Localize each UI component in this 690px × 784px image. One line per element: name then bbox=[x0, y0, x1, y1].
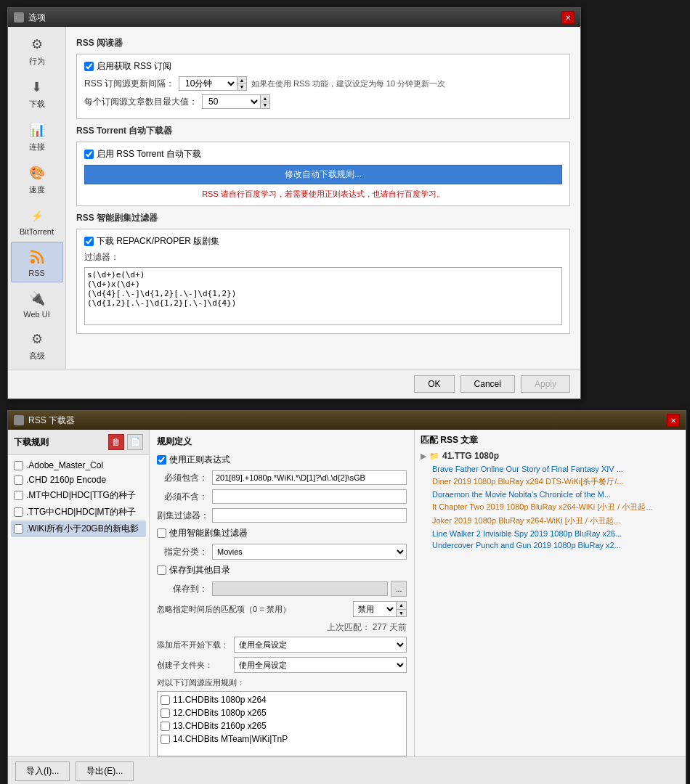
rule-checkbox-3[interactable] bbox=[14, 507, 23, 517]
rule-checkbox-0[interactable] bbox=[14, 461, 23, 470]
download-repack-label[interactable]: 下载 REPACK/PROPER 版剧集 bbox=[84, 235, 219, 248]
match-group-header[interactable]: ▶ 📁 41.TTG 1080p bbox=[421, 451, 680, 461]
apply-button[interactable]: Apply bbox=[521, 375, 570, 393]
rule-item[interactable]: .Adobe_Master_Col bbox=[11, 458, 146, 473]
max-articles-down-arrow[interactable]: ▼ bbox=[261, 102, 269, 109]
rss-icon bbox=[27, 247, 47, 267]
source-item-2[interactable]: 13.CHDBits 2160p x265 bbox=[159, 719, 405, 732]
match-item-0[interactable]: Brave Father Online Our Story of Final F… bbox=[421, 463, 680, 475]
must-not-contain-input[interactable] bbox=[212, 489, 407, 504]
category-row: 指定分类： Movies TV Anime bbox=[157, 544, 407, 560]
match-item-5[interactable]: Line Walker 2 Invisible Spy 2019 1080p B… bbox=[421, 528, 680, 539]
max-articles-select[interactable]: 50 100 200 bbox=[202, 94, 260, 109]
rule-item[interactable]: .CHD 2160p Encode bbox=[11, 473, 146, 487]
sidebar-item-webui[interactable]: 🔌 Web UI bbox=[11, 284, 63, 323]
source-label-1: 12.CHDBits 1080p x265 bbox=[173, 708, 267, 718]
episode-filter-input[interactable] bbox=[212, 508, 407, 523]
import-button[interactable]: 导入(I)... bbox=[15, 761, 70, 781]
category-select[interactable]: Movies TV Anime bbox=[212, 544, 407, 560]
max-articles-spinner[interactable]: ▲ ▼ bbox=[260, 94, 270, 109]
enable-rss-torrent-label[interactable]: 启用 RSS Torrent 自动下载 bbox=[84, 148, 201, 160]
ignore-select[interactable]: 禁用 1天 7天 bbox=[353, 601, 397, 617]
options-body: ⚙ 行为 ⬇ 下载 📊 连接 🎨 速度 ⚡ BitTorrent bbox=[8, 27, 580, 369]
ignore-spinner[interactable]: ▲ ▼ bbox=[397, 601, 407, 617]
sidebar-item-advanced[interactable]: ⚙ 高级 bbox=[11, 324, 63, 366]
match-item-6[interactable]: Undercover Punch and Gun 2019 1080p BluR… bbox=[421, 539, 680, 551]
advanced-icon: ⚙ bbox=[27, 329, 47, 349]
sidebar-item-rss[interactable]: RSS bbox=[11, 242, 63, 282]
create-subfolder-row: 创建子文件夹： 使用全局设定 是 否 bbox=[157, 657, 407, 673]
refresh-interval-up-arrow[interactable]: ▲ bbox=[238, 77, 246, 84]
download-repack-checkbox[interactable] bbox=[84, 237, 94, 246]
rss-torrent-section-title: RSS Torrent 自动下载器 bbox=[76, 125, 570, 137]
save-to-other-label[interactable]: 保存到其他目录 bbox=[157, 564, 230, 576]
ok-button[interactable]: OK bbox=[414, 375, 454, 393]
edit-rules-button[interactable]: 修改自动下载规则... bbox=[84, 165, 562, 184]
enable-rss-torrent-checkbox[interactable] bbox=[84, 150, 94, 159]
max-articles-up-arrow[interactable]: ▲ bbox=[261, 95, 269, 102]
delete-rule-button[interactable]: 🗑 bbox=[108, 434, 124, 450]
match-item-3[interactable]: It Chapter Two 2019 1080p BluRay x264-Wi… bbox=[421, 500, 680, 514]
rss-titlebar: RSS 下载器 ✕ bbox=[8, 411, 686, 430]
dont-start-label: 添加后不开始下载： bbox=[157, 640, 230, 650]
match-item-2[interactable]: Doraemon the Movie Nobita's Chronicle of… bbox=[421, 489, 680, 500]
dont-start-select[interactable]: 使用全局设定 是 否 bbox=[234, 637, 407, 653]
must-contain-row: 必须包含： bbox=[157, 470, 407, 485]
enable-rss-checkbox[interactable] bbox=[84, 62, 94, 71]
sidebar-item-speed[interactable]: 🎨 速度 bbox=[11, 158, 63, 200]
rule-label-4: .WiKi所有小于20GB的新电影 bbox=[26, 523, 139, 535]
match-item-4[interactable]: Joker 2019 1080p BluRay x264-WiKi [小丑 / … bbox=[421, 514, 680, 528]
rss-close-button[interactable]: ✕ bbox=[667, 414, 680, 427]
export-button[interactable]: 导出(E)... bbox=[76, 761, 134, 781]
save-to-label: 保存到： bbox=[157, 583, 208, 595]
source-item-1[interactable]: 12.CHDBits 1080p x265 bbox=[159, 706, 405, 719]
match-group: ▶ 📁 41.TTG 1080p Brave Father Online Our… bbox=[421, 451, 680, 551]
refresh-interval-spinner[interactable]: ▲ ▼ bbox=[237, 76, 247, 91]
ignore-up-arrow[interactable]: ▲ bbox=[397, 602, 406, 610]
rule-checkbox-1[interactable] bbox=[14, 475, 23, 485]
rule-item[interactable]: .MT中CHD|HDC|TTG的种子 bbox=[11, 487, 146, 504]
filter-textarea[interactable]: s(\d+)e(\d+) (\d+)x(\d+) (\d{4}[.\-]\d{1… bbox=[84, 267, 562, 325]
use-smart-filter-checkbox[interactable] bbox=[157, 528, 166, 538]
save-to-input[interactable] bbox=[212, 581, 388, 596]
refresh-interval-select[interactable]: 10分钟 5分钟 30分钟 bbox=[179, 76, 237, 91]
cancel-button[interactable]: Cancel bbox=[460, 375, 515, 393]
browse-button[interactable]: ... bbox=[391, 581, 407, 597]
use-regex-label[interactable]: 使用正则表达式 bbox=[157, 454, 230, 466]
rule-label-3: .TTG中CHD|HDC|MT的种子 bbox=[26, 506, 136, 518]
match-group-chevron: ▶ bbox=[421, 452, 426, 461]
source-item-0[interactable]: 11.CHDBits 1080p x264 bbox=[159, 693, 405, 706]
source-checkbox-1[interactable] bbox=[161, 709, 170, 718]
rule-checkbox-2[interactable] bbox=[14, 491, 23, 500]
last-match-value: 277 天前 bbox=[373, 622, 407, 632]
sidebar-item-behavior[interactable]: ⚙ 行为 bbox=[11, 30, 63, 71]
options-titlebar: 选项 ✕ bbox=[8, 8, 580, 27]
apply-sources-label: 对以下订阅源应用规则： bbox=[157, 677, 407, 688]
use-regex-checkbox[interactable] bbox=[157, 455, 166, 465]
use-smart-filter-label[interactable]: 使用智能剧集过滤器 bbox=[157, 527, 248, 539]
sidebar-item-download[interactable]: ⬇ 下载 bbox=[11, 73, 63, 114]
source-checkbox-3[interactable] bbox=[161, 735, 170, 744]
refresh-interval-select-spinner[interactable]: 10分钟 5分钟 30分钟 ▲ ▼ bbox=[179, 76, 247, 91]
sidebar-item-bittorrent[interactable]: ⚡ BitTorrent bbox=[11, 201, 63, 240]
options-close-button[interactable]: ✕ bbox=[561, 11, 575, 24]
rule-item-active[interactable]: .WiKi所有小于20GB的新电影 bbox=[11, 520, 146, 537]
rule-checkbox-4[interactable] bbox=[14, 524, 23, 534]
ignore-down-arrow[interactable]: ▼ bbox=[397, 610, 406, 617]
rule-item[interactable]: .TTG中CHD|HDC|MT的种子 bbox=[11, 504, 146, 520]
copy-rule-button[interactable]: 📄 bbox=[127, 434, 143, 450]
refresh-interval-down-arrow[interactable]: ▼ bbox=[238, 84, 246, 91]
must-contain-input[interactable] bbox=[212, 470, 407, 485]
sidebar-item-connect[interactable]: 📊 连接 bbox=[11, 115, 63, 157]
source-checkbox-0[interactable] bbox=[161, 695, 170, 705]
enable-rss-checkbox-label[interactable]: 启用获取 RSS 订阅 bbox=[84, 60, 171, 73]
enable-rss-row: 启用获取 RSS 订阅 bbox=[84, 60, 562, 73]
save-to-other-checkbox[interactable] bbox=[157, 565, 166, 575]
source-item-3[interactable]: 14.CHDBits MTeam|WiKi|TnP bbox=[159, 732, 405, 746]
ignore-select-spinner[interactable]: 禁用 1天 7天 ▲ ▼ bbox=[353, 601, 407, 617]
max-articles-select-spinner[interactable]: 50 100 200 ▲ ▼ bbox=[202, 94, 270, 109]
create-subfolder-select[interactable]: 使用全局设定 是 否 bbox=[234, 657, 407, 673]
match-item-1[interactable]: Diner 2019 1080p BluRay x264 DTS-WiKi[杀手… bbox=[421, 475, 680, 489]
source-label-0: 11.CHDBits 1080p x264 bbox=[173, 695, 267, 705]
source-checkbox-2[interactable] bbox=[161, 722, 170, 731]
